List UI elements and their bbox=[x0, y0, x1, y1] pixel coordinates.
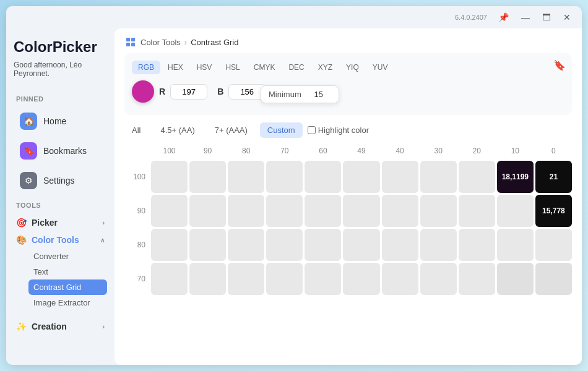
grid-cell-70-0 bbox=[535, 263, 572, 295]
grid-col-49: 49 bbox=[343, 143, 379, 159]
color-panel: 🔖 RGB HEX HSV HSL CMYK DEC XYZ YIQ YUV R bbox=[124, 53, 572, 115]
filter-aa-button[interactable]: 4.5+ (AA) bbox=[153, 122, 202, 138]
tab-cmyk[interactable]: CMYK bbox=[248, 61, 282, 74]
grid-cell-90-30 bbox=[420, 195, 457, 227]
grid-col-0: 0 bbox=[535, 143, 572, 159]
grid-cell-70-20 bbox=[459, 263, 495, 295]
grid-col-30: 30 bbox=[420, 143, 457, 159]
grid-cell-70-60 bbox=[305, 263, 341, 295]
grid-cell-100-60 bbox=[305, 161, 341, 193]
sidebar-bookmarks-label: Bookmarks bbox=[43, 146, 87, 156]
grid-cell-100-49 bbox=[343, 161, 379, 193]
grid-col-10: 10 bbox=[497, 143, 534, 159]
grid-cell-80-49 bbox=[343, 229, 379, 261]
sidebar-item-bookmarks[interactable]: 🔖 Bookmarks bbox=[14, 137, 107, 164]
grid-cell-70-90 bbox=[189, 263, 226, 295]
grid-cell-80-40 bbox=[382, 229, 418, 261]
svg-rect-0 bbox=[126, 38, 130, 41]
tab-xyz[interactable]: XYZ bbox=[312, 61, 339, 74]
maximize-button[interactable]: 🗖 bbox=[538, 11, 555, 23]
version-label: 6.4.0.2407 bbox=[455, 14, 487, 21]
grid-cell-100-0: 21 bbox=[535, 161, 572, 193]
grid-cell-80-30 bbox=[420, 229, 457, 261]
grid-cell-70-10 bbox=[497, 263, 534, 295]
grid-row-label-70: 70 bbox=[124, 263, 149, 295]
minimize-button[interactable]: — bbox=[517, 11, 534, 23]
tab-hex[interactable]: HEX bbox=[162, 61, 189, 74]
app-greeting: Good afternoon, Léo Peyronnet. bbox=[14, 61, 107, 78]
grid-cell-70-80 bbox=[228, 263, 264, 295]
tab-hsv[interactable]: HSV bbox=[191, 61, 218, 74]
sidebar-picker-section[interactable]: 🎯 Picker › bbox=[14, 214, 107, 229]
tab-yuv[interactable]: YUV bbox=[366, 61, 394, 74]
sidebar-item-contrast-grid[interactable]: Contrast Grid bbox=[28, 279, 107, 295]
home-icon: 🏠 bbox=[20, 113, 37, 130]
grid-cell-100-40 bbox=[382, 161, 418, 193]
close-button[interactable]: ✕ bbox=[560, 11, 574, 23]
pin-button[interactable]: 📌 bbox=[495, 11, 512, 23]
sidebar-item-converter[interactable]: Converter bbox=[28, 249, 107, 264]
format-tabs: RGB HEX HSV HSL CMYK DEC XYZ YIQ YUV bbox=[132, 61, 564, 74]
tools-label: Tools bbox=[14, 202, 107, 209]
tab-dec[interactable]: DEC bbox=[282, 61, 310, 74]
sidebar-creation-section[interactable]: ✨ Creation › bbox=[14, 318, 107, 333]
sidebar: ColorPicker Good afternoon, Léo Peyronne… bbox=[6, 28, 115, 365]
highlight-color-checkbox[interactable] bbox=[308, 126, 316, 134]
tab-yiq[interactable]: YIQ bbox=[340, 61, 365, 74]
sidebar-settings-label: Settings bbox=[43, 176, 75, 186]
sidebar-item-home[interactable]: 🏠 Home bbox=[14, 108, 107, 135]
settings-icon: ⚙ bbox=[20, 172, 37, 189]
sidebar-color-tools-section[interactable]: 🎨 Color Tools ∧ bbox=[14, 231, 107, 246]
grid-cell-70-70 bbox=[266, 263, 303, 295]
filter-all-button[interactable]: All bbox=[124, 122, 148, 138]
breadcrumb-current: Contrast Grid bbox=[191, 38, 238, 47]
sidebar-item-text[interactable]: Text bbox=[28, 264, 107, 279]
minimum-tooltip: Minimum bbox=[261, 85, 339, 103]
grid-cell-90-70 bbox=[266, 195, 303, 227]
filter-aaa-button[interactable]: 7+ (AAA) bbox=[207, 122, 255, 138]
highlight-color-checkbox-label[interactable]: Highlight color bbox=[308, 126, 369, 135]
grid-cell-80-20 bbox=[459, 229, 495, 261]
creation-label: Creation bbox=[32, 322, 67, 331]
grid-cell-80-10 bbox=[497, 229, 534, 261]
grid-cell-90-60 bbox=[305, 195, 341, 227]
color-tools-label: Color Tools bbox=[32, 235, 79, 245]
picker-label: Picker bbox=[32, 218, 58, 228]
window-controls: 📌 — 🗖 ✕ bbox=[495, 11, 574, 23]
filter-row: All 4.5+ (AA) 7+ (AAA) Custom Highlight … bbox=[115, 120, 582, 143]
sidebar-item-image-extractor[interactable]: Image Extractor bbox=[28, 295, 107, 310]
minimum-value-input[interactable] bbox=[306, 90, 331, 99]
color-swatch[interactable] bbox=[132, 80, 154, 103]
tab-hsl[interactable]: HSL bbox=[219, 61, 246, 74]
grid-cell-100-70 bbox=[266, 161, 303, 193]
grid-col-20: 20 bbox=[459, 143, 495, 159]
tab-rgb[interactable]: RGB bbox=[132, 61, 160, 74]
color-tools-chevron: ∧ bbox=[100, 237, 105, 244]
r-value-input[interactable] bbox=[170, 84, 207, 100]
sidebar-home-label: Home bbox=[43, 116, 66, 126]
svg-rect-2 bbox=[126, 43, 130, 46]
grid-cell-100-10: 18,1199 bbox=[497, 161, 534, 193]
grid-cell-90-49 bbox=[343, 195, 379, 227]
grid-col-90: 90 bbox=[189, 143, 226, 159]
grid-cell-70-49 bbox=[343, 263, 379, 295]
grid-cell-80-60 bbox=[305, 229, 341, 261]
grid-col-100: 100 bbox=[151, 143, 188, 159]
svg-rect-3 bbox=[131, 43, 135, 46]
grid-corner bbox=[124, 143, 149, 159]
grid-row-label-80: 80 bbox=[124, 229, 149, 261]
grid-cell-80-90 bbox=[189, 229, 226, 261]
bookmark-button[interactable]: 🔖 bbox=[553, 59, 566, 71]
grid-cell-90-40 bbox=[382, 195, 418, 227]
content-area: Color Tools › Contrast Grid 🔖 RGB HEX HS… bbox=[115, 28, 582, 365]
grid-cell-70-30 bbox=[420, 263, 457, 295]
grid-wrapper: 100 90 80 70 60 49 40 30 20 10 0 100 bbox=[115, 143, 582, 365]
filter-custom-button[interactable]: Custom bbox=[260, 122, 303, 138]
breadcrumb-icon bbox=[124, 36, 137, 48]
grid-cell-100-100 bbox=[151, 161, 188, 193]
picker-chevron: › bbox=[103, 220, 105, 226]
picker-icon: 🎯 bbox=[16, 218, 27, 228]
sidebar-item-settings[interactable]: ⚙ Settings bbox=[14, 167, 107, 194]
grid-row-label-90: 90 bbox=[124, 195, 149, 227]
grid-cell-70-100 bbox=[151, 263, 188, 295]
